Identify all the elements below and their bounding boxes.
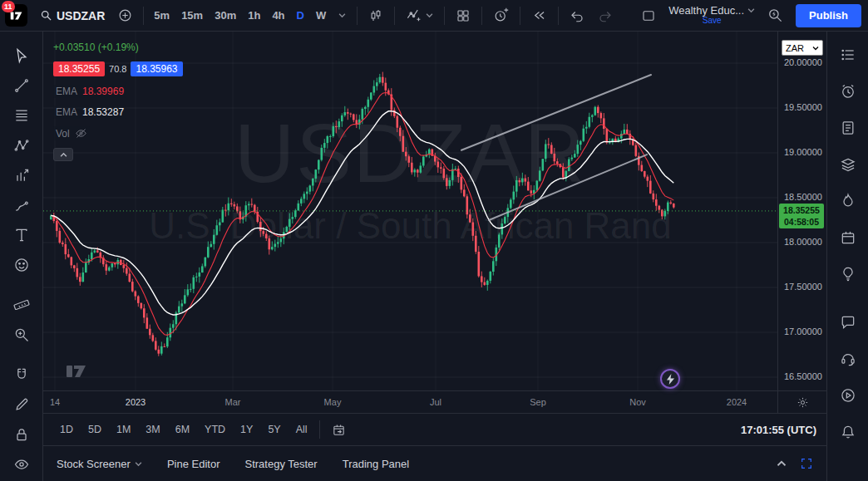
volume-row[interactable]: Vol [53,126,90,140]
toolbar-separator [143,7,144,25]
forecast-tool-button[interactable] [6,161,37,189]
chart-pane[interactable]: USDZAR U.S. Dollar / South African Rand … [43,32,777,413]
watchlist-button[interactable] [834,42,862,68]
range-1m-button[interactable]: 1M [110,420,137,439]
tab-trading-panel[interactable]: Trading Panel [343,458,409,470]
range-6m-button[interactable]: 6M [169,420,196,439]
maximize-panel-icon[interactable] [800,457,813,470]
chart-legend: +0.03510 (+0.19%) 18.35255 70.8 18.35963… [53,42,183,161]
right-sidebar [826,32,868,481]
bar-replay-button[interactable] [525,4,553,27]
cursor-tool-button[interactable] [6,42,37,70]
quick-search-button[interactable] [762,4,789,27]
saved-layout-button[interactable]: Wealthy Educ... Save [663,4,760,27]
create-alert-button[interactable] [487,4,515,27]
timeframe-menu-button[interactable] [333,4,352,27]
tab-pine-editor[interactable]: Pine Editor [167,458,220,470]
brush-tool-button[interactable] [6,191,37,219]
ema-slow-label: EMA [56,106,77,118]
chevron-down-icon [812,45,819,52]
buy-price-chip[interactable]: 18.35963 [131,61,182,76]
search-icon [40,9,52,22]
price-scale[interactable]: ZAR 20.0000019.5000019.0000018.5000018.0… [777,32,826,413]
grid-layout-button[interactable] [450,4,476,27]
hide-drawings-button[interactable] [6,450,37,479]
ruler-icon [13,297,30,313]
layers-icon [840,156,856,173]
notifications-button[interactable] [834,419,862,445]
symbol-search-button[interactable]: USDZAR [34,4,111,27]
range-5d-button[interactable]: 5D [81,420,108,439]
timeframe-15m[interactable]: 15m [176,4,208,27]
ideas-button[interactable] [834,261,862,287]
compare-add-symbol-button[interactable] [112,4,138,27]
tab-strategy-tester[interactable]: Strategy Tester [244,458,317,470]
session-clock[interactable]: 17:01:55 (UTC) [741,424,816,436]
sell-price-chip[interactable]: 18.35255 [53,61,105,76]
range-1d-button[interactable]: 1D [53,420,80,439]
time-axis-label: Sep [530,397,546,407]
ema-fast-label: EMA [56,86,77,97]
alerts-button[interactable] [834,78,862,105]
range-3m-button[interactable]: 3M [139,420,166,439]
tab-stock-screener[interactable]: Stock Screener [57,458,142,470]
save-layout-link[interactable]: Save [703,16,722,26]
measure-tool-button[interactable] [6,291,37,319]
undo-button[interactable] [564,4,590,27]
timeframe-1h[interactable]: 1h [243,4,265,27]
chart-type-button[interactable] [362,4,389,27]
legend-collapse-button[interactable] [53,148,73,161]
timeframe-30m[interactable]: 30m [210,4,241,27]
range-5y-button[interactable]: 5Y [261,420,287,439]
zoom-tool-button[interactable] [6,321,37,349]
lock-drawings-button[interactable] [6,420,37,449]
timeframe-5m[interactable]: 5m [149,4,175,27]
xabcd-pattern-tool-button[interactable] [6,131,37,160]
go-to-date-button[interactable] [325,420,353,440]
tradingview-logo[interactable]: 11 [5,4,27,27]
spread-value: 70.8 [109,64,126,74]
play-circle-icon [840,387,856,404]
object-tree-button[interactable] [834,151,862,178]
redo-icon [598,8,613,23]
replay-rewind-icon [531,7,547,23]
publish-button[interactable]: Publish [796,4,861,27]
draw-tool-button[interactable] [6,390,37,419]
price-axis-label: 18.50000 [784,192,822,202]
range-ytd-button[interactable]: YTD [198,420,232,439]
panel-expand-chevron-icon[interactable] [777,459,787,469]
trend-line-tool-button[interactable] [6,71,37,100]
time-axis[interactable]: 142023MarMayJulSepNov2024 [43,390,777,413]
range-1y-button[interactable]: 1Y [234,420,259,439]
timeframe-1d[interactable]: D [292,4,309,27]
boost-button[interactable] [660,369,680,389]
chevron-down-icon [747,7,755,14]
eye-off-icon[interactable] [75,127,87,140]
magnet-tool-button[interactable] [6,361,37,389]
chat-button[interactable] [834,309,862,336]
price-axis-label: 20.00000 [784,57,822,67]
redo-button[interactable] [592,4,619,27]
chart-settings-gear-icon[interactable] [796,396,809,409]
calendar-button[interactable] [834,224,862,251]
text-tool-button[interactable] [6,221,37,249]
brush-icon [13,197,30,214]
chevron-down-icon [338,12,346,19]
pane-layout-button[interactable] [635,4,662,27]
hotlist-button[interactable] [834,188,862,214]
journal-button[interactable] [834,115,862,141]
currency-unit-select[interactable]: ZAR [782,40,823,56]
timeframe-4h[interactable]: 4h [267,4,289,27]
fib-retracement-tool-button[interactable] [6,101,37,130]
timeframe-1w[interactable]: W [311,4,331,27]
streams-button[interactable] [834,382,862,409]
ema-fast-row[interactable]: EMA 18.39969 [53,85,126,98]
time-axis-label: May [324,397,342,407]
support-button[interactable] [834,346,862,372]
panel-controls [777,457,813,470]
flame-icon [840,193,856,209]
range-all-button[interactable]: All [289,420,314,439]
indicators-button[interactable] [400,4,439,27]
emoji-tool-button[interactable] [6,251,37,279]
ema-slow-row[interactable]: EMA 18.53287 [53,106,126,119]
